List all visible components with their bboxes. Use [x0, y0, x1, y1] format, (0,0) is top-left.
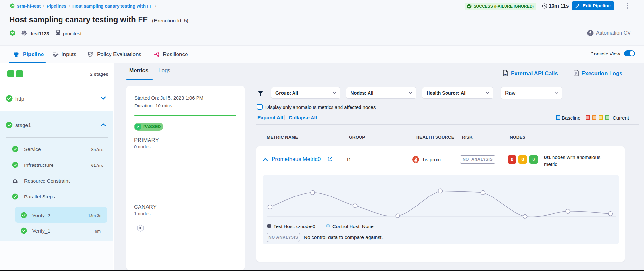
svg-text:API: API [503, 73, 507, 75]
